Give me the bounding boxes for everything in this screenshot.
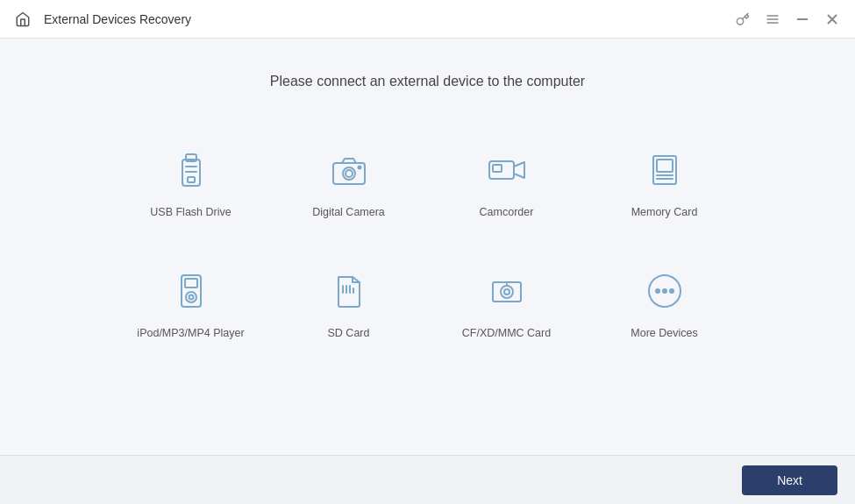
memory-card-label: Memory Card xyxy=(631,205,698,221)
footer: Next xyxy=(0,455,855,504)
minimize-button[interactable] xyxy=(790,7,815,32)
sd-card-label: SD Card xyxy=(328,326,370,342)
svg-marker-17 xyxy=(514,162,524,178)
device-ipod-player[interactable]: iPod/MP3/MP4 Player xyxy=(121,245,261,358)
ipod-player-icon xyxy=(165,265,217,317)
ipod-player-label: iPod/MP3/MP4 Player xyxy=(137,326,244,342)
svg-point-37 xyxy=(663,289,666,293)
digital-camera-icon xyxy=(323,144,375,196)
device-sd-card[interactable]: SD Card xyxy=(279,245,419,358)
device-memory-card[interactable]: Memory Card xyxy=(595,124,735,237)
digital-camera-label: Digital Camera xyxy=(312,205,385,221)
svg-point-38 xyxy=(670,289,673,293)
home-button[interactable] xyxy=(11,7,35,32)
window-controls xyxy=(730,7,844,32)
device-usb-flash-drive[interactable]: USB Flash Drive xyxy=(121,124,261,237)
memory-card-icon xyxy=(638,144,691,196)
svg-rect-20 xyxy=(657,160,673,172)
key-button[interactable] xyxy=(730,7,755,32)
cf-card-label: CF/XD/MMC Card xyxy=(462,326,551,342)
cf-card-icon xyxy=(481,265,533,317)
svg-point-14 xyxy=(346,170,353,177)
camcorder-label: Camcorder xyxy=(480,205,534,221)
more-devices-icon xyxy=(638,265,691,317)
svg-point-33 xyxy=(504,289,509,295)
svg-point-15 xyxy=(358,167,360,169)
titlebar: External Devices Recovery xyxy=(0,0,855,39)
more-devices-label: More Devices xyxy=(631,326,697,342)
device-more-devices[interactable]: More Devices xyxy=(595,245,735,358)
next-button[interactable]: Next xyxy=(742,465,837,495)
device-cf-card[interactable]: CF/XD/MMC Card xyxy=(437,245,577,358)
usb-flash-drive-label: USB Flash Drive xyxy=(150,205,231,221)
svg-rect-24 xyxy=(185,279,197,287)
device-camcorder[interactable]: Camcorder xyxy=(437,124,577,237)
svg-point-25 xyxy=(186,292,196,302)
svg-rect-18 xyxy=(493,165,502,172)
sd-card-icon xyxy=(323,265,375,317)
usb-flash-drive-icon xyxy=(165,144,217,196)
device-digital-camera[interactable]: Digital Camera xyxy=(279,124,419,237)
app-title: External Devices Recovery xyxy=(44,12,730,26)
close-button[interactable] xyxy=(820,7,844,32)
main-content: Please connect an external device to the… xyxy=(0,39,855,455)
camcorder-icon xyxy=(481,144,533,196)
subtitle: Please connect an external device to the… xyxy=(270,74,585,89)
menu-button[interactable] xyxy=(760,7,785,32)
devices-grid: USB Flash Drive Digital Camera xyxy=(121,124,735,357)
svg-rect-11 xyxy=(188,177,195,182)
svg-point-32 xyxy=(501,286,513,298)
svg-point-36 xyxy=(656,289,659,293)
svg-point-26 xyxy=(189,295,193,299)
